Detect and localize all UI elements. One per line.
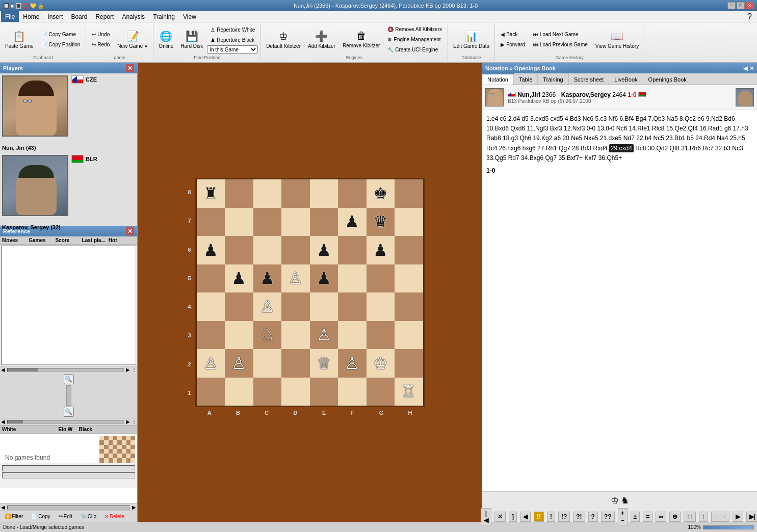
hard-disk-button[interactable]: 💾 Hard Disk bbox=[177, 24, 206, 54]
maximize-button[interactable]: □ bbox=[737, 2, 745, 9]
square-e5[interactable]: ♟ bbox=[310, 264, 338, 293]
nav-arrow2-button[interactable]: ↑↑ bbox=[684, 512, 696, 522]
engine-management-button[interactable]: ⚙ Engine Management bbox=[384, 35, 446, 44]
square-d8[interactable] bbox=[281, 179, 310, 208]
square-d4[interactable] bbox=[281, 292, 310, 321]
nav-prev-var-button[interactable]: ✕ bbox=[494, 512, 506, 522]
square-c5[interactable]: ♟ bbox=[253, 264, 282, 293]
square-g4[interactable] bbox=[367, 292, 395, 321]
square-e4[interactable] bbox=[310, 292, 338, 321]
square-a7[interactable] bbox=[197, 208, 225, 236]
tab-training[interactable]: Training bbox=[538, 73, 568, 85]
find-dropdown[interactable]: In this Game bbox=[207, 45, 258, 54]
nav-back-button[interactable]: ◀ bbox=[520, 512, 531, 522]
square-a8[interactable]: ♜ bbox=[197, 179, 225, 208]
square-b7[interactable] bbox=[225, 208, 253, 236]
ref-hscroll[interactable]: ◀ ▶ ⋮ bbox=[0, 366, 137, 373]
edit-button[interactable]: ✏ Edit bbox=[56, 513, 75, 520]
tab-openings-book[interactable]: Openings Book bbox=[643, 73, 692, 85]
hscrollbar-thumb2[interactable] bbox=[8, 420, 23, 423]
square-f5[interactable] bbox=[338, 264, 367, 293]
edit-game-data-button[interactable]: 📊 Edit Game Data bbox=[450, 24, 492, 54]
zoom-track[interactable] bbox=[66, 385, 71, 406]
new-game-button[interactable]: 📝 New Game bbox=[114, 24, 151, 54]
square-h7[interactable] bbox=[395, 208, 423, 236]
nav-inf-button[interactable]: ∞ bbox=[656, 512, 666, 522]
delete-button[interactable]: ✕ Delete bbox=[102, 513, 127, 520]
nav-q-button[interactable]: ? bbox=[588, 512, 598, 522]
comment-input2[interactable] bbox=[2, 472, 135, 478]
undo-button[interactable]: ↩ Undo bbox=[88, 30, 113, 39]
square-h8[interactable] bbox=[395, 179, 423, 208]
square-b5[interactable]: ♟ bbox=[225, 264, 253, 293]
square-g5[interactable] bbox=[367, 264, 395, 293]
square-d6[interactable] bbox=[281, 236, 310, 264]
copy-button[interactable]: 📄 Copy bbox=[29, 513, 53, 520]
square-a3[interactable] bbox=[197, 321, 225, 350]
nav-equal-button[interactable]: = bbox=[643, 512, 652, 522]
zoom-out-button[interactable]: 🔍 bbox=[64, 407, 74, 417]
tab-livebook[interactable]: LiveBook bbox=[609, 73, 643, 85]
square-a4[interactable] bbox=[197, 292, 225, 321]
menu-view[interactable]: View bbox=[179, 11, 200, 22]
gl-scroll-left[interactable]: ◀ bbox=[0, 504, 6, 510]
hscrollbar-track2[interactable] bbox=[7, 420, 124, 424]
square-f2[interactable]: ♙ bbox=[338, 349, 367, 378]
square-d7[interactable] bbox=[281, 208, 310, 236]
menu-file[interactable]: File bbox=[1, 11, 19, 22]
square-h2[interactable] bbox=[395, 349, 423, 378]
game-list-hscroll[interactable]: ◀ ▶ bbox=[0, 503, 137, 511]
square-c2[interactable] bbox=[253, 349, 282, 378]
square-h4[interactable] bbox=[395, 292, 423, 321]
square-h1[interactable]: ♖ bbox=[395, 378, 423, 406]
square-g6[interactable]: ♟ bbox=[367, 236, 395, 264]
tab-scoresheet[interactable]: Score sheet bbox=[569, 73, 610, 85]
nav-start-button[interactable]: |◀ bbox=[481, 508, 491, 525]
square-g2[interactable]: ♔ bbox=[367, 349, 395, 378]
tab-table[interactable]: Table bbox=[514, 73, 538, 85]
scroll-more-btn[interactable]: ⋮ bbox=[131, 367, 137, 373]
clip-button[interactable]: 📎 Clip bbox=[78, 513, 99, 520]
filter-button[interactable]: 🔽 Filter bbox=[2, 513, 25, 520]
square-g1[interactable] bbox=[367, 378, 395, 406]
load-prev-button[interactable]: ⏮ Load Previous Game bbox=[530, 40, 591, 49]
remove-kibitzer-button[interactable]: 🗑 Remove Kibitzer bbox=[340, 24, 383, 54]
square-d5[interactable]: ♙ bbox=[281, 264, 310, 293]
square-e6[interactable]: ♟ bbox=[310, 236, 338, 264]
square-e2[interactable]: ♕ bbox=[310, 349, 338, 378]
square-f1[interactable] bbox=[338, 378, 367, 406]
nav-lr-button[interactable]: ←→ bbox=[711, 512, 729, 522]
square-a1[interactable] bbox=[197, 378, 225, 406]
nav-plus-equal-button[interactable]: ± bbox=[631, 512, 640, 522]
square-a6[interactable]: ♟ bbox=[197, 236, 225, 264]
nav-circle-button[interactable]: ⊕ bbox=[669, 512, 681, 522]
square-c7[interactable] bbox=[253, 208, 282, 236]
square-d3[interactable] bbox=[281, 321, 310, 350]
nav-end-button[interactable]: ▶| bbox=[746, 512, 757, 522]
square-d1[interactable] bbox=[281, 378, 310, 406]
copy-game-button[interactable]: 📄 Copy Game bbox=[38, 30, 84, 39]
remove-all-kibitzers-button[interactable]: 🔇 Remove All Kibitzers bbox=[384, 24, 446, 34]
add-kibitzer-button[interactable]: ➕ Add Kibitzer bbox=[305, 24, 338, 54]
menu-analysis[interactable]: Analysis bbox=[118, 11, 149, 22]
square-e3[interactable]: ♙ bbox=[310, 321, 338, 350]
help-icon[interactable]: ? bbox=[747, 12, 756, 21]
forward-button[interactable]: ▶ Forward bbox=[497, 40, 529, 49]
notation-close-btn[interactable]: ✕ bbox=[749, 65, 754, 72]
square-c6[interactable] bbox=[253, 236, 282, 264]
back-button[interactable]: ◀ Back bbox=[497, 30, 529, 39]
hscrollbar-track[interactable] bbox=[7, 368, 124, 372]
notation-collapse-btn[interactable]: ◀ bbox=[743, 65, 747, 72]
highlighted-move[interactable]: 29.cxd4 bbox=[609, 144, 634, 152]
square-b6[interactable] bbox=[225, 236, 253, 264]
square-e7[interactable] bbox=[310, 208, 338, 236]
menu-training[interactable]: Training bbox=[149, 11, 179, 22]
menu-insert[interactable]: Insert bbox=[43, 11, 67, 22]
square-b8[interactable] bbox=[225, 179, 253, 208]
square-h6[interactable] bbox=[395, 236, 423, 264]
create-uci-button[interactable]: 🔧 Create UCI Engine bbox=[384, 45, 446, 54]
square-a5[interactable] bbox=[197, 264, 225, 293]
square-g7[interactable]: ♛ bbox=[367, 208, 395, 236]
square-f4[interactable] bbox=[338, 292, 367, 321]
square-h5[interactable] bbox=[395, 264, 423, 293]
